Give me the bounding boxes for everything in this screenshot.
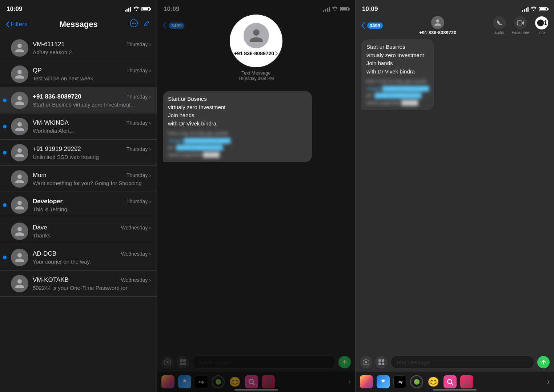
- message-preview: Abhay season 2: [33, 49, 151, 55]
- circle1-icon-right[interactable]: 🟢: [410, 375, 423, 388]
- contact-popup[interactable]: +91 836-8089720: [230, 15, 282, 67]
- contact-name: VM-WKINDA: [33, 119, 69, 127]
- info-label: info: [538, 30, 545, 35]
- message-item[interactable]: +91 91919 29292Thursday ›Unlimited SSD w…: [0, 140, 157, 166]
- compose-button[interactable]: [143, 19, 151, 29]
- emoji-icon-right[interactable]: 😊: [427, 375, 440, 388]
- popup-subtext: Text Message Thursday 3:08 PM: [238, 70, 274, 81]
- contact-name: QP: [33, 67, 42, 74]
- message-item[interactable]: AD-DCBWednesday ›Your courier on the way…: [0, 244, 157, 271]
- chat-body-right: Start ur Busines virtualy zero Investmen…: [356, 35, 554, 339]
- home-indicator-middle: [234, 389, 278, 391]
- chat-header-right: 3499 +91 836-8089720 audio: [356, 16, 554, 35]
- photos-app-icon-right[interactable]: [360, 375, 373, 388]
- message-item[interactable]: QPThursday ›Test will be on next week: [0, 61, 157, 87]
- more-options-button[interactable]: [130, 19, 138, 29]
- message-item[interactable]: DaveWednesday ›Thanks: [0, 218, 157, 244]
- message-content: DaveWednesday ›Thanks: [33, 224, 151, 239]
- message-item[interactable]: +91 836-8089720Thursday ›Start ur Busine…: [0, 87, 157, 113]
- message-item[interactable]: VM-WKINDAThursday ›WorkIndia Alert...: [0, 113, 157, 140]
- page-title: Messages: [60, 20, 98, 29]
- message-item[interactable]: MomThursday ›Want something for you? Goi…: [0, 166, 157, 192]
- contact-name: +91 836-8089720: [33, 93, 81, 100]
- contact-popup-overlay[interactable]: +91 836-8089720 Text Message Thursday 3:…: [157, 0, 355, 392]
- search-icon-right[interactable]: [443, 375, 457, 388]
- avatar: [11, 170, 28, 188]
- unread-dot: [3, 256, 7, 259]
- camera-button-right[interactable]: [360, 356, 372, 368]
- chat-panel-middle: 10:09 3499: [157, 0, 356, 392]
- audio-call-button[interactable]: audio: [493, 16, 506, 35]
- message-content: VM-KOTAKBWednesday ›502244 is your One-T…: [33, 276, 151, 291]
- unread-count-badge-right: 3499: [367, 23, 383, 29]
- audio-icon: [493, 16, 506, 29]
- info-icon: i ℹ: [535, 16, 548, 29]
- message-content: QPThursday ›Test will be on next week: [33, 67, 151, 81]
- message-item[interactable]: VM-611121Thursday ›Abhay season 2: [0, 35, 157, 61]
- svg-rect-13: [382, 359, 384, 362]
- popup-avatar: [244, 23, 269, 48]
- message-top: VM-KOTAKBWednesday ›: [33, 276, 151, 284]
- time-left: 10:09: [7, 5, 22, 13]
- chat-body-middle: Start ur Busines virtualy zero Investmen…: [157, 85, 355, 168]
- contact-name: VM-KOTAKB: [33, 276, 69, 284]
- nav-action-icons: [130, 19, 151, 29]
- message-content: AD-DCBWednesday ›Your courier on the way…: [33, 250, 151, 265]
- message-content: VM-WKINDAThursday ›WorkIndia Alert...: [33, 119, 151, 134]
- message-top: MomThursday ›: [33, 172, 151, 179]
- message-item[interactable]: DeveloperThursday ›This is Testing.: [0, 192, 157, 218]
- send-button-right[interactable]: [537, 356, 550, 368]
- svg-rect-15: [382, 363, 384, 365]
- message-date: Thursday ›: [127, 94, 151, 100]
- nav-bar-left: Filters Messages: [0, 16, 157, 35]
- message-preview: WorkIndia Alert...: [33, 128, 151, 134]
- music-icon-right[interactable]: 🎵: [460, 375, 473, 388]
- message-content: +91 91919 29292Thursday ›Unlimited SSD w…: [33, 145, 151, 160]
- more-apps-icon-right[interactable]: ›: [547, 377, 550, 387]
- avatar: [11, 144, 28, 161]
- contact-name: Dave: [33, 224, 47, 231]
- message-list: VM-611121Thursday ›Abhay season 2QPThurs…: [0, 35, 157, 392]
- popup-contact-name[interactable]: +91 836-8089720: [234, 51, 278, 56]
- filters-button[interactable]: Filters: [6, 21, 27, 28]
- avatar: [11, 39, 28, 57]
- contact-name: Mom: [33, 172, 47, 179]
- status-icons-right: [522, 7, 547, 12]
- contact-name-right: +91 836-8089720: [419, 30, 456, 35]
- message-bubble-right: Start ur Busines virtualy zero Investmen…: [361, 39, 434, 110]
- message-top: VM-611121Thursday ›: [33, 41, 151, 48]
- chat-header-actions: audio FaceTime i ℹ: [493, 16, 549, 35]
- home-indicator-right: [433, 389, 477, 391]
- wifi-icon-r: [531, 7, 537, 12]
- back-button-right[interactable]: 3499: [361, 22, 383, 29]
- message-date: Thursday ›: [127, 172, 151, 178]
- message-content: +91 836-8089720Thursday ›Start ur Busine…: [33, 93, 151, 108]
- message-item[interactable]: VM-KOTAKBWednesday ›502244 is your One-T…: [0, 271, 157, 297]
- message-preview: Want something for you? Going for Shoppi…: [33, 180, 151, 186]
- appstore-icon-right[interactable]: [377, 375, 390, 388]
- message-preview: Thanks: [33, 232, 151, 239]
- avatar: [11, 223, 28, 240]
- svg-point-3: [135, 23, 136, 24]
- message-preview: 502244 is your One-Time Password for: [33, 285, 151, 291]
- facetime-button[interactable]: FaceTime: [512, 16, 530, 35]
- svg-point-1: [132, 23, 133, 24]
- message-content: DeveloperThursday ›This is Testing.: [33, 198, 151, 212]
- message-top: +91 91919 29292Thursday ›: [33, 145, 151, 153]
- svg-rect-12: [378, 359, 381, 362]
- contact-name: Developer: [33, 198, 63, 205]
- apps-button-right[interactable]: [375, 356, 388, 368]
- message-preview: Start ur Busines virtualy zero Investmen…: [33, 101, 151, 108]
- status-bar-right: 10:09: [356, 0, 554, 16]
- facetime-label: FaceTime: [512, 30, 530, 35]
- message-input-right[interactable]: Text Message: [390, 356, 534, 369]
- unread-dot: [3, 125, 7, 128]
- signal-icon: [125, 7, 131, 12]
- info-button[interactable]: i ℹ info: [535, 16, 548, 35]
- message-date: Thursday ›: [127, 199, 151, 204]
- applepay-icon-right[interactable]: Pay: [393, 375, 406, 388]
- message-date: Wednesday ›: [121, 225, 151, 231]
- message-content: VM-611121Thursday ›Abhay season 2: [33, 41, 151, 55]
- popup-time: Thursday 3:08 PM: [238, 76, 274, 81]
- svg-point-16: [447, 379, 452, 384]
